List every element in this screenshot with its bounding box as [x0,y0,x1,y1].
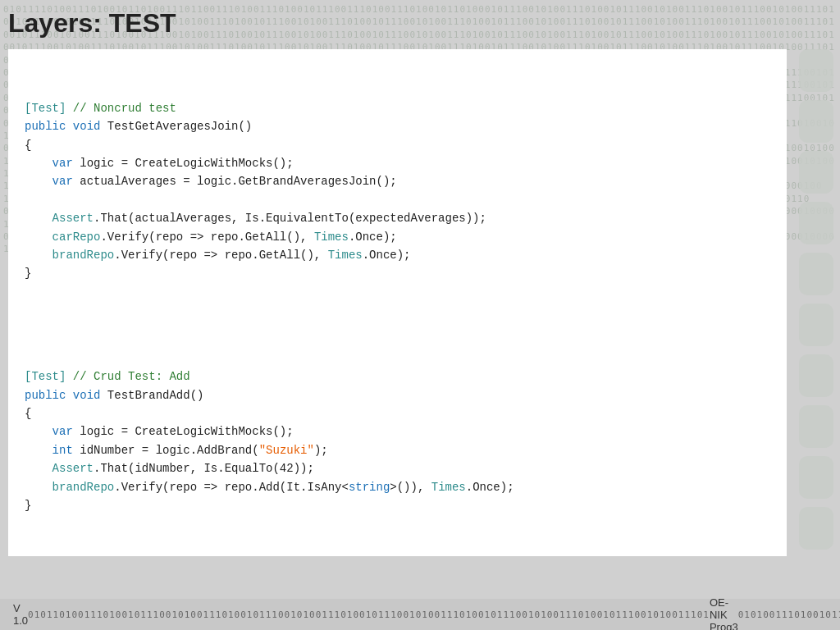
block1-var1: var logic = CreateLogicWithMocks(); [25,154,770,172]
deco-rect-8 [799,405,833,448]
block2-assert1: Assert.That(idNumber, Is.EqualTo(42)); [25,459,770,477]
block1-var2: var actualAverages = logic.GetBrandAvera… [25,172,770,190]
block1-sig-line: public void TestGetAveragesJoin() [25,117,770,135]
test-block-1: [Test] // Noncrud testpublic void TestGe… [25,62,770,319]
version-label: V 1.0 [13,602,28,627]
deco-rect-2 [799,100,833,143]
deco-rect-10 [799,507,833,550]
block1-assert1: Assert.That(actualAverages, Is.Equivalen… [25,209,770,227]
deco-rect-9 [799,456,833,499]
block2-assert2: brandRepo.Verify(repo => repo.Add(It.IsA… [25,478,770,496]
bottom-binary-text: 0101101001110100101110010100111010010111… [28,609,710,620]
block2-attr-line: [Test] // Crud Test: Add [25,368,770,386]
course-label: OE-NIK Prog3 [710,596,738,631]
decorative-rectangles [799,49,833,550]
deco-rect-5 [799,253,833,295]
deco-rect-3 [799,151,833,194]
block2-sig-line: public void TestBrandAdd() [25,386,770,404]
slide-title: Layers: TEST [8,8,176,39]
deco-rect-1 [799,49,833,92]
deco-rect-7 [799,354,833,397]
block1-spacer [25,191,770,209]
block2-var1: var logic = CreateLogicWithMocks(); [25,422,770,441]
block2-int-line: int idNumber = logic.AddBrand("Suzuki"); [25,441,770,459]
deco-rect-4 [799,202,833,244]
test-block-2: [Test] // Crud Test: Addpublic void Test… [25,331,770,551]
block2-close: } [25,496,770,514]
code-panel: [Test] // Noncrud testpublic void TestGe… [8,49,787,556]
block1-attr-line: [Test] // Noncrud test [25,99,770,117]
block2-open: { [25,404,770,422]
title-text: Layers: TEST [8,8,176,38]
footer-bar: V 1.0 0101101001110100101110010100111010… [0,599,840,630]
bottom-binary-text2: 0101001110100101110010100111010010111001… [738,609,840,620]
block1-close: } [25,264,770,282]
deco-rect-6 [799,304,833,346]
block-spacer [25,319,770,331]
block1-assert3: brandRepo.Verify(repo => repo.GetAll(), … [25,246,770,264]
block1-assert2: carRepo.Verify(repo => repo.GetAll(), Ti… [25,228,770,246]
block1-open: { [25,136,770,154]
